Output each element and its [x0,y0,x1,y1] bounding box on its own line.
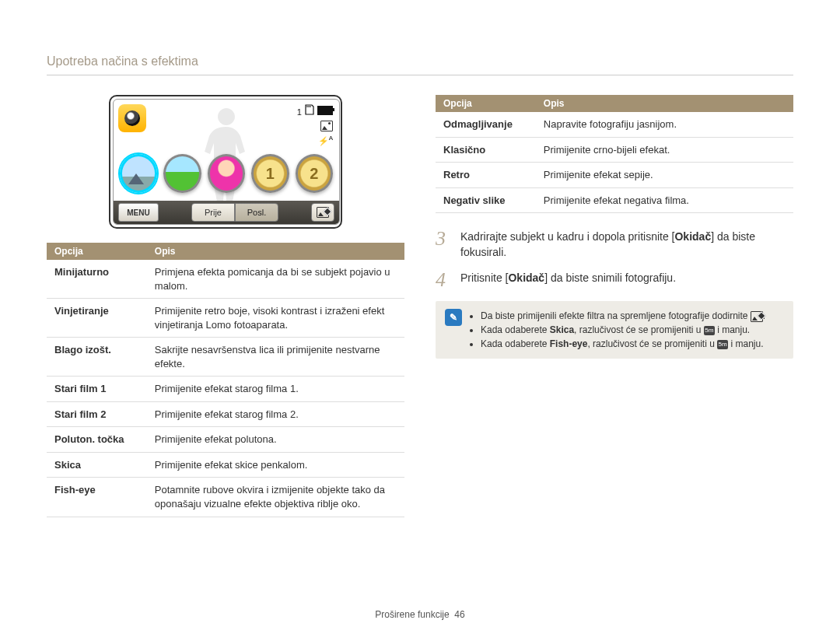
memory-card-icon [304,104,315,115]
step-number: 4 [436,270,451,290]
edit-image-icon [751,311,763,322]
step-text: Pritisnite [Okidač] da biste snimili fot… [460,270,676,290]
size-5m-icon: 5m [717,340,728,349]
col-desc: Opis [536,95,793,112]
info-note: ✎ Da biste primijenili efekte filtra na … [436,301,793,359]
capture-mode-icon [118,104,146,132]
flash-auto-icon: ⚡A [318,134,333,147]
col-desc: Opis [147,243,404,260]
table-row: RetroPrimijenite efekat sepije. [436,163,793,188]
filter-options-table-left: Opcija Opis MinijaturnoPrimjena efekta p… [47,243,404,517]
table-row: Negativ slikePrimijenite efekat negativa… [436,187,793,213]
table-row: Poluton. točkaPrimijenite efekat poluton… [47,427,404,453]
svg-rect-0 [306,106,307,107]
filter-thumb-2 [163,154,201,193]
table-row: KlasičnoPrimijenite crno-bijeli efekat. [436,137,793,163]
filter-thumb-3 [208,154,245,193]
table-row: SkicaPrimijenite efekat skice penkalom. [47,452,404,478]
table-row: VinjetiranjePrimijenite retro boje, viso… [47,299,404,338]
step-3: 3 Kadrirajte subjekt u kadru i dopola pr… [436,229,793,261]
info-icon: ✎ [445,309,462,326]
svg-rect-2 [310,106,310,107]
step-text: Kadrirajte subjekt u kadru i dopola prit… [460,229,793,261]
battery-icon [317,106,333,115]
filter-options-table-right: Opcija Opis OdmagljivanjeNapravite fotog… [436,95,793,213]
table-row: OdmagljivanjeNapravite fotografiju jasni… [436,112,793,137]
col-option: Opcija [47,243,147,260]
prev-button: Prije [191,203,235,222]
camera-lcd-illustration: 1 ⚡A [109,95,342,229]
filter-thumb-5: 2 [296,154,333,193]
note-line-1: Da biste primijenili efekte filtra na sp… [481,309,765,323]
step-4: 4 Pritisnite [Okidač] da biste snimili f… [436,270,793,290]
step-number: 3 [436,229,451,261]
table-row: Stari film 1Primijenite efekat starog fi… [47,377,404,402]
col-option: Opcija [436,95,536,112]
note-line-2: Kada odaberete Skica, razlučivost će se … [481,323,765,337]
size-5m-icon: 5m [704,326,715,335]
next-button: Posl. [235,203,278,222]
filter-thumb-4: 1 [251,154,289,193]
table-row: MinijaturnoPrimjena efekta pomicanja da … [47,260,404,299]
page-footer: Proširene funkcije 46 [0,609,840,620]
image-size-icon [320,121,333,131]
menu-button: MENU [118,203,159,222]
note-line-3: Kada odaberete Fish-eye, razlučivost će … [481,337,765,351]
table-row: Stari film 2Primijenite efekat starog fi… [47,401,404,427]
svg-rect-1 [308,106,309,107]
table-row: Blago izošt.Sakrijte nesavršenstva lica … [47,338,404,377]
table-row: Fish-eyePotamnite rubove okvira i izmije… [47,478,404,517]
filter-thumb-1 [120,154,157,193]
shots-remaining: 1 [297,107,302,117]
edit-image-button [311,203,334,222]
page-title: Upotreba načina s efektima [47,54,793,75]
